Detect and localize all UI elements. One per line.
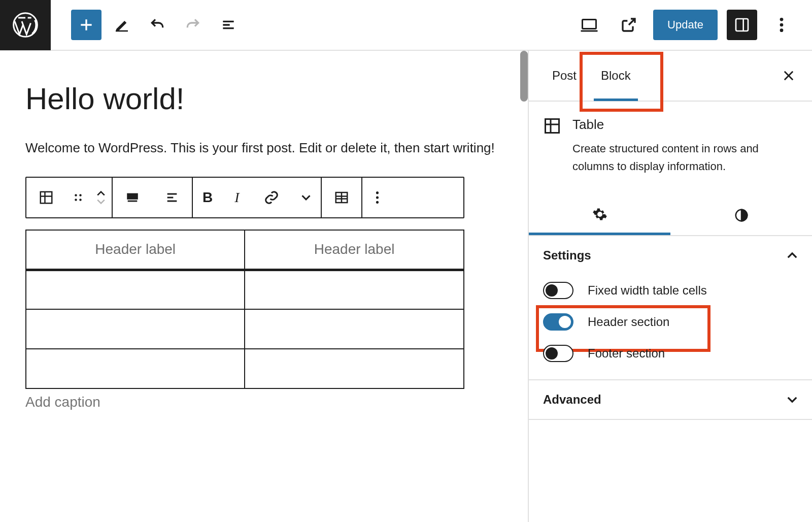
table-icon (543, 117, 561, 175)
settings-sidebar: Post Block Table Create structured conte… (528, 51, 812, 522)
align-icon[interactable] (113, 178, 152, 217)
table-block[interactable]: Header label Header label (25, 230, 464, 389)
svg-rect-1 (116, 30, 128, 32)
svg-point-9 (79, 194, 82, 197)
redo-button[interactable] (178, 10, 208, 40)
chevron-up-icon (787, 252, 798, 259)
footer-section-label: Footer section (588, 346, 665, 361)
table-cell[interactable] (245, 349, 463, 388)
table-cell[interactable] (245, 309, 463, 349)
table-header-cell[interactable]: Header label (245, 230, 463, 270)
svg-rect-2 (583, 20, 596, 29)
device-preview-button[interactable] (574, 10, 604, 40)
document-overview-button[interactable] (213, 10, 244, 40)
svg-rect-7 (41, 192, 52, 204)
table-cell[interactable] (26, 270, 245, 309)
main-area: Hello world! Welcome to WordPress. This … (0, 51, 812, 522)
scrollbar[interactable] (520, 51, 528, 102)
svg-point-11 (79, 199, 82, 201)
settings-panel: Settings Fixed width table cells Header … (529, 236, 812, 380)
table-row[interactable] (26, 309, 464, 349)
drag-handle-icon[interactable] (66, 178, 90, 217)
advanced-panel: Advanced (529, 380, 812, 420)
header-section-label: Header section (588, 315, 669, 329)
bold-button[interactable]: B (193, 178, 222, 217)
external-link-button[interactable] (614, 10, 644, 40)
link-button[interactable] (252, 178, 291, 217)
svg-rect-3 (736, 19, 748, 31)
svg-point-14 (376, 191, 378, 194)
table-edit-icon[interactable] (322, 178, 361, 217)
tab-block[interactable]: Block (589, 51, 643, 100)
fixed-width-toggle[interactable] (543, 282, 573, 299)
close-sidebar-button[interactable] (776, 63, 801, 88)
block-description: Create structured content in rows and co… (572, 140, 798, 175)
block-toolbar: B I (25, 177, 464, 218)
advanced-heading: Advanced (543, 393, 601, 407)
top-toolbar: Update (0, 0, 812, 51)
editor-canvas: Hello world! Welcome to WordPress. This … (0, 51, 528, 522)
block-info: Table Create structured content in rows … (529, 102, 812, 195)
chevron-down-icon (787, 396, 798, 403)
text-align-icon[interactable] (152, 178, 192, 217)
edit-icon[interactable] (107, 10, 137, 40)
table-cell[interactable] (26, 309, 245, 349)
svg-point-15 (376, 197, 378, 199)
header-section-toggle-row: Header section (543, 306, 798, 338)
table-cell[interactable] (26, 349, 245, 388)
svg-point-10 (75, 199, 77, 201)
table-row[interactable] (26, 349, 464, 388)
footer-section-toggle-row: Footer section (543, 338, 798, 369)
settings-panel-header[interactable]: Settings (529, 236, 812, 275)
italic-button[interactable]: I (222, 178, 252, 217)
post-title[interactable]: Hello world! (25, 81, 502, 116)
svg-rect-17 (546, 119, 559, 133)
svg-rect-12 (128, 194, 138, 199)
style-tabs (529, 195, 812, 236)
add-block-button[interactable] (71, 10, 101, 40)
toolbar-right-group: Update (574, 10, 812, 40)
header-section-toggle[interactable] (543, 313, 573, 331)
svg-point-16 (376, 201, 378, 204)
advanced-panel-header[interactable]: Advanced (529, 380, 812, 419)
table-caption-input[interactable]: Add caption (25, 394, 502, 410)
svg-point-6 (780, 28, 784, 32)
toolbar-left-group (51, 10, 244, 40)
block-more-options[interactable] (362, 178, 392, 217)
block-type-icon[interactable] (26, 178, 66, 217)
undo-button[interactable] (142, 10, 173, 40)
fixed-width-toggle-row: Fixed width table cells (543, 275, 798, 306)
styles-tab-icon[interactable] (670, 195, 812, 235)
sidebar-tabs: Post Block (529, 51, 812, 102)
settings-heading: Settings (543, 248, 591, 263)
post-paragraph[interactable]: Welcome to WordPress. This is your first… (25, 137, 502, 159)
table-row[interactable] (26, 270, 464, 309)
more-formatting-dropdown[interactable] (291, 178, 321, 217)
wordpress-logo[interactable] (0, 0, 51, 50)
more-options-button[interactable] (766, 10, 797, 40)
table-header-row[interactable]: Header label Header label (26, 230, 464, 270)
move-up-down[interactable] (90, 178, 112, 217)
settings-panel-body: Fixed width table cells Header section F… (529, 275, 812, 379)
svg-point-4 (780, 18, 784, 21)
update-button[interactable]: Update (653, 10, 718, 40)
fixed-width-label: Fixed width table cells (588, 283, 707, 298)
settings-panel-toggle[interactable] (727, 10, 757, 40)
table-header-cell[interactable]: Header label (26, 230, 245, 270)
footer-section-toggle[interactable] (543, 345, 573, 362)
tab-post[interactable]: Post (540, 51, 589, 100)
block-title: Table (572, 117, 798, 133)
svg-point-8 (75, 194, 77, 197)
table-cell[interactable] (245, 270, 463, 309)
svg-point-5 (780, 23, 784, 27)
settings-tab-icon[interactable] (529, 195, 670, 235)
